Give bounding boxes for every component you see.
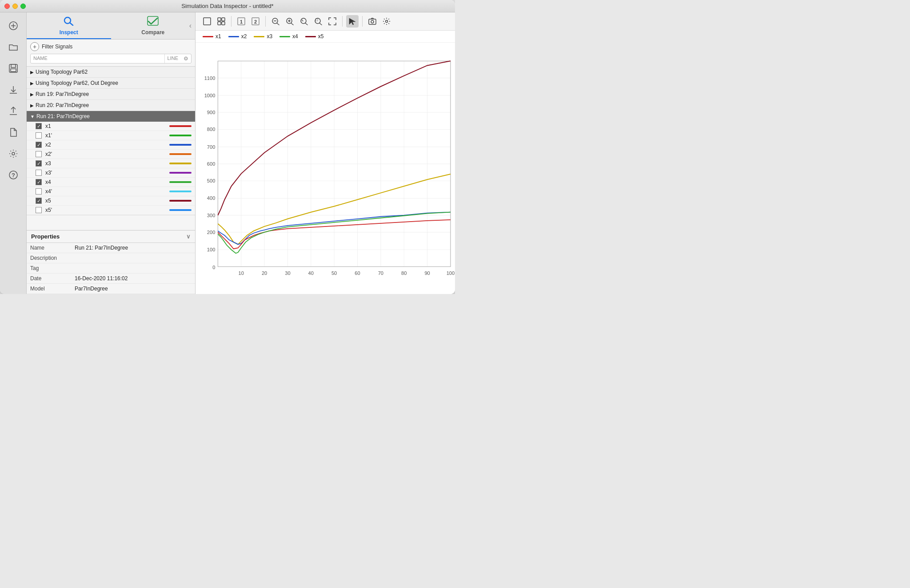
signal-group-header-4[interactable]: ▶ Run 20: Par7InDegree bbox=[27, 100, 195, 111]
svg-line-27 bbox=[277, 23, 279, 25]
signal-item-x1p: x1' bbox=[27, 131, 195, 140]
svg-point-39 bbox=[371, 20, 374, 23]
svg-text:70: 70 bbox=[378, 270, 383, 276]
filter-label: Filter Signals bbox=[42, 44, 72, 50]
collapse-button[interactable]: ‹ bbox=[189, 22, 192, 30]
svg-text:100: 100 bbox=[447, 270, 455, 276]
layout-2-button[interactable]: 2 bbox=[249, 15, 262, 28]
chart-settings-button[interactable] bbox=[380, 15, 393, 28]
prop-label-tag: Tag bbox=[27, 263, 71, 273]
layout-1-button[interactable]: 1 bbox=[235, 15, 247, 28]
chart-container[interactable]: 0 100 200 300 400 500 600 700 800 900 10… bbox=[196, 43, 455, 294]
svg-text:2: 2 bbox=[254, 19, 257, 24]
svg-rect-41 bbox=[196, 56, 455, 280]
signal-checkbox-x3[interactable]: ✓ bbox=[36, 160, 42, 167]
legend-label-x4: x4 bbox=[292, 33, 298, 40]
svg-rect-17 bbox=[218, 18, 221, 21]
sidebar-icon-file[interactable] bbox=[4, 123, 23, 142]
fullscreen-button[interactable] bbox=[326, 15, 339, 28]
legend-line-x3 bbox=[254, 36, 264, 37]
group-label: Run 21: Par7InDegree bbox=[36, 113, 90, 119]
signal-name-x4p: x4' bbox=[45, 188, 166, 195]
zoom-in-button[interactable] bbox=[283, 15, 296, 28]
minimize-button[interactable] bbox=[12, 4, 18, 9]
zoom-fit-button[interactable] bbox=[298, 15, 310, 28]
chart-toolbar: 1 2 bbox=[196, 12, 455, 31]
group-label: Using Topology Par62 bbox=[36, 69, 88, 75]
signal-line-x2 bbox=[169, 144, 192, 146]
main-content: ? Inspect Compare ‹ bbox=[0, 12, 455, 294]
compare-icon bbox=[147, 16, 159, 28]
sidebar-icon-help[interactable]: ? bbox=[4, 165, 23, 185]
tab-inspect[interactable]: Inspect bbox=[27, 12, 111, 39]
signal-checkbox-x3p[interactable] bbox=[36, 170, 42, 176]
svg-line-31 bbox=[291, 23, 293, 25]
close-button[interactable] bbox=[4, 4, 10, 9]
prop-value-description bbox=[71, 253, 195, 263]
sidebar-icon-add[interactable] bbox=[4, 16, 23, 36]
signal-line-x4p bbox=[169, 191, 192, 192]
svg-text:30: 30 bbox=[285, 270, 290, 276]
signal-item-x2: ✓ x2 bbox=[27, 140, 195, 150]
properties-table: Name Run 21: Par7InDegree Description Ta… bbox=[27, 243, 195, 294]
signal-checkbox-x4[interactable]: ✓ bbox=[36, 179, 42, 185]
svg-text:50: 50 bbox=[331, 270, 337, 276]
signal-line-x2p bbox=[169, 153, 192, 155]
maximize-button[interactable] bbox=[20, 4, 26, 9]
signal-item-x3p: x3' bbox=[27, 168, 195, 178]
filter-section: + Filter Signals NAME LINE ⚙ bbox=[27, 40, 195, 67]
signal-checkbox-x2[interactable]: ✓ bbox=[36, 142, 42, 148]
sidebar-icon-settings[interactable] bbox=[4, 144, 23, 163]
legend-label-x5: x5 bbox=[318, 33, 324, 40]
signal-checkbox-x5[interactable]: ✓ bbox=[36, 198, 42, 204]
properties-collapse-button[interactable]: ∨ bbox=[186, 233, 191, 240]
chart-area: 1 2 bbox=[196, 12, 455, 294]
prop-row-date: Date 16-Dec-2020 11:16:02 bbox=[27, 274, 195, 284]
svg-rect-5 bbox=[11, 69, 16, 72]
single-plot-button[interactable] bbox=[201, 15, 213, 28]
zoom-out-button[interactable] bbox=[269, 15, 282, 28]
filter-row: NAME LINE ⚙ bbox=[30, 54, 192, 64]
signal-item-x3: ✓ x3 bbox=[27, 159, 195, 168]
add-filter-button[interactable]: + bbox=[30, 42, 39, 51]
signal-item-x5p: x5' bbox=[27, 206, 195, 215]
signal-item-x1: ✓ x1 bbox=[27, 122, 195, 131]
signal-checkbox-x1[interactable]: ✓ bbox=[36, 123, 42, 129]
signal-group-header-1[interactable]: ▶ Using Topology Par62 bbox=[27, 67, 195, 77]
sidebar-icon-upload[interactable] bbox=[4, 101, 23, 121]
prop-value-tag bbox=[71, 263, 195, 273]
multi-plot-button[interactable] bbox=[215, 15, 228, 28]
zoom-selection-button[interactable] bbox=[312, 15, 324, 28]
signal-item-x2p: x2' bbox=[27, 150, 195, 159]
group-label: Run 20: Par7InDegree bbox=[36, 102, 89, 108]
legend-label-x3: x3 bbox=[267, 33, 272, 40]
signal-checkbox-x5p[interactable] bbox=[36, 207, 42, 213]
sidebar-icon-folder[interactable] bbox=[4, 37, 23, 57]
signal-group-5: ▼ Run 21: Par7InDegree ✓ x1 x1' bbox=[27, 111, 195, 215]
cursor-button[interactable] bbox=[346, 15, 359, 28]
legend-item-x3: x3 bbox=[254, 33, 272, 40]
filter-settings-button[interactable]: ⚙ bbox=[181, 54, 191, 63]
signal-checkbox-x4p[interactable] bbox=[36, 188, 42, 195]
legend-item-x5: x5 bbox=[305, 33, 324, 40]
chevron-icon: ▼ bbox=[30, 114, 35, 119]
tab-compare[interactable]: Compare bbox=[111, 12, 196, 39]
signal-group-header-2[interactable]: ▶ Using Topology Par62, Out Degree bbox=[27, 78, 195, 88]
toolbar-sep-2 bbox=[265, 16, 266, 27]
prop-label-date: Date bbox=[27, 274, 71, 283]
svg-text:700: 700 bbox=[207, 144, 215, 150]
signal-group-2: ▶ Using Topology Par62, Out Degree bbox=[27, 78, 195, 89]
signal-checkbox-x2p[interactable] bbox=[36, 151, 42, 157]
legend-line-x1 bbox=[203, 36, 213, 37]
sidebar-icon-save[interactable] bbox=[4, 59, 23, 78]
title-bar: Simulation Data Inspector - untitled* bbox=[0, 0, 455, 12]
signal-group-header-5[interactable]: ▼ Run 21: Par7InDegree bbox=[27, 111, 195, 122]
signal-checkbox-x1p[interactable] bbox=[36, 132, 42, 139]
sidebar-icon-download[interactable] bbox=[4, 80, 23, 99]
signal-line-x1p bbox=[169, 135, 192, 136]
signal-group-header-3[interactable]: ▶ Run 19: Par7InDegree bbox=[27, 89, 195, 99]
svg-line-14 bbox=[70, 23, 73, 25]
group-label: Run 19: Par7InDegree bbox=[36, 91, 89, 97]
screenshot-button[interactable] bbox=[366, 15, 379, 28]
svg-text:300: 300 bbox=[207, 213, 215, 218]
